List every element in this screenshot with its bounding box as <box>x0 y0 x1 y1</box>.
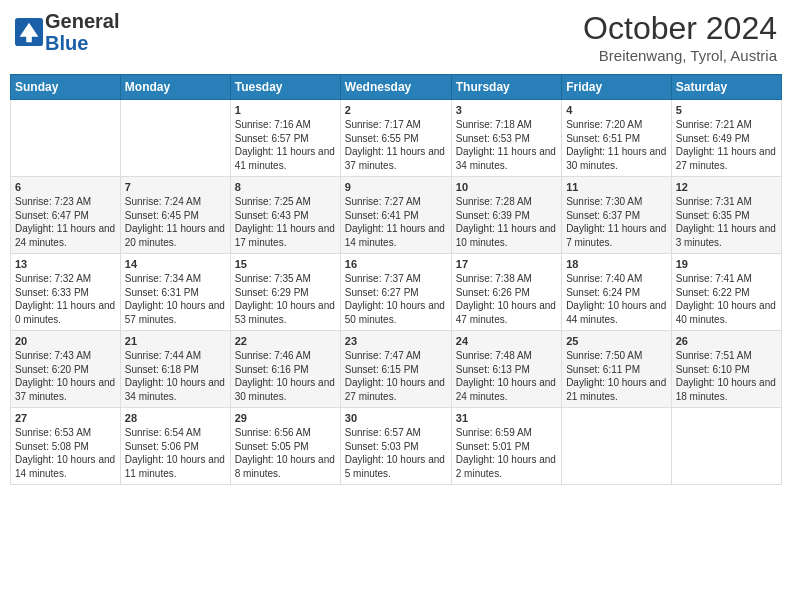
day-number: 5 <box>676 104 777 116</box>
day-number: 23 <box>345 335 447 347</box>
calendar-cell: 16Sunrise: 7:37 AM Sunset: 6:27 PM Dayli… <box>340 254 451 331</box>
calendar-cell: 17Sunrise: 7:38 AM Sunset: 6:26 PM Dayli… <box>451 254 561 331</box>
day-number: 29 <box>235 412 336 424</box>
title-block: October 2024 Breitenwang, Tyrol, Austria <box>583 10 777 64</box>
day-content: Sunrise: 6:53 AM Sunset: 5:08 PM Dayligh… <box>15 426 116 480</box>
day-content: Sunrise: 7:47 AM Sunset: 6:15 PM Dayligh… <box>345 349 447 403</box>
day-number: 6 <box>15 181 116 193</box>
svg-rect-2 <box>26 35 32 42</box>
calendar-week-3: 20Sunrise: 7:43 AM Sunset: 6:20 PM Dayli… <box>11 331 782 408</box>
day-content: Sunrise: 7:23 AM Sunset: 6:47 PM Dayligh… <box>15 195 116 249</box>
calendar-cell: 8Sunrise: 7:25 AM Sunset: 6:43 PM Daylig… <box>230 177 340 254</box>
calendar-cell: 4Sunrise: 7:20 AM Sunset: 6:51 PM Daylig… <box>562 100 672 177</box>
day-content: Sunrise: 6:59 AM Sunset: 5:01 PM Dayligh… <box>456 426 557 480</box>
day-content: Sunrise: 7:20 AM Sunset: 6:51 PM Dayligh… <box>566 118 667 172</box>
day-content: Sunrise: 7:30 AM Sunset: 6:37 PM Dayligh… <box>566 195 667 249</box>
day-content: Sunrise: 7:44 AM Sunset: 6:18 PM Dayligh… <box>125 349 226 403</box>
day-number: 20 <box>15 335 116 347</box>
day-content: Sunrise: 7:24 AM Sunset: 6:45 PM Dayligh… <box>125 195 226 249</box>
calendar-table: SundayMondayTuesdayWednesdayThursdayFrid… <box>10 74 782 485</box>
calendar-cell: 9Sunrise: 7:27 AM Sunset: 6:41 PM Daylig… <box>340 177 451 254</box>
day-content: Sunrise: 7:16 AM Sunset: 6:57 PM Dayligh… <box>235 118 336 172</box>
day-number: 4 <box>566 104 667 116</box>
calendar-cell <box>671 408 781 485</box>
col-header-tuesday: Tuesday <box>230 75 340 100</box>
calendar-cell: 19Sunrise: 7:41 AM Sunset: 6:22 PM Dayli… <box>671 254 781 331</box>
day-number: 17 <box>456 258 557 270</box>
calendar-cell: 14Sunrise: 7:34 AM Sunset: 6:31 PM Dayli… <box>120 254 230 331</box>
day-number: 2 <box>345 104 447 116</box>
day-content: Sunrise: 7:48 AM Sunset: 6:13 PM Dayligh… <box>456 349 557 403</box>
logo-line1: General <box>45 10 119 32</box>
day-content: Sunrise: 6:57 AM Sunset: 5:03 PM Dayligh… <box>345 426 447 480</box>
month-year: October 2024 <box>583 10 777 47</box>
day-content: Sunrise: 7:41 AM Sunset: 6:22 PM Dayligh… <box>676 272 777 326</box>
calendar-week-4: 27Sunrise: 6:53 AM Sunset: 5:08 PM Dayli… <box>11 408 782 485</box>
day-content: Sunrise: 7:31 AM Sunset: 6:35 PM Dayligh… <box>676 195 777 249</box>
page-header: General Blue October 2024 Breitenwang, T… <box>10 10 782 64</box>
calendar-cell: 10Sunrise: 7:28 AM Sunset: 6:39 PM Dayli… <box>451 177 561 254</box>
calendar-cell: 25Sunrise: 7:50 AM Sunset: 6:11 PM Dayli… <box>562 331 672 408</box>
day-content: Sunrise: 6:54 AM Sunset: 5:06 PM Dayligh… <box>125 426 226 480</box>
logo: General Blue <box>15 10 119 54</box>
calendar-cell: 2Sunrise: 7:17 AM Sunset: 6:55 PM Daylig… <box>340 100 451 177</box>
day-number: 24 <box>456 335 557 347</box>
day-content: Sunrise: 7:38 AM Sunset: 6:26 PM Dayligh… <box>456 272 557 326</box>
calendar-week-2: 13Sunrise: 7:32 AM Sunset: 6:33 PM Dayli… <box>11 254 782 331</box>
day-number: 27 <box>15 412 116 424</box>
day-number: 16 <box>345 258 447 270</box>
calendar-cell: 5Sunrise: 7:21 AM Sunset: 6:49 PM Daylig… <box>671 100 781 177</box>
calendar-cell: 18Sunrise: 7:40 AM Sunset: 6:24 PM Dayli… <box>562 254 672 331</box>
calendar-cell: 24Sunrise: 7:48 AM Sunset: 6:13 PM Dayli… <box>451 331 561 408</box>
day-content: Sunrise: 7:27 AM Sunset: 6:41 PM Dayligh… <box>345 195 447 249</box>
calendar-cell <box>562 408 672 485</box>
day-number: 31 <box>456 412 557 424</box>
calendar-cell: 3Sunrise: 7:18 AM Sunset: 6:53 PM Daylig… <box>451 100 561 177</box>
calendar-week-0: 1Sunrise: 7:16 AM Sunset: 6:57 PM Daylig… <box>11 100 782 177</box>
day-content: Sunrise: 7:37 AM Sunset: 6:27 PM Dayligh… <box>345 272 447 326</box>
day-number: 13 <box>15 258 116 270</box>
calendar-cell: 31Sunrise: 6:59 AM Sunset: 5:01 PM Dayli… <box>451 408 561 485</box>
day-number: 26 <box>676 335 777 347</box>
calendar-cell: 23Sunrise: 7:47 AM Sunset: 6:15 PM Dayli… <box>340 331 451 408</box>
day-number: 21 <box>125 335 226 347</box>
calendar-cell: 28Sunrise: 6:54 AM Sunset: 5:06 PM Dayli… <box>120 408 230 485</box>
calendar-cell: 15Sunrise: 7:35 AM Sunset: 6:29 PM Dayli… <box>230 254 340 331</box>
day-content: Sunrise: 7:21 AM Sunset: 6:49 PM Dayligh… <box>676 118 777 172</box>
calendar-cell: 6Sunrise: 7:23 AM Sunset: 6:47 PM Daylig… <box>11 177 121 254</box>
col-header-friday: Friday <box>562 75 672 100</box>
calendar-cell <box>120 100 230 177</box>
day-number: 8 <box>235 181 336 193</box>
day-number: 30 <box>345 412 447 424</box>
day-content: Sunrise: 7:34 AM Sunset: 6:31 PM Dayligh… <box>125 272 226 326</box>
col-header-sunday: Sunday <box>11 75 121 100</box>
day-content: Sunrise: 7:40 AM Sunset: 6:24 PM Dayligh… <box>566 272 667 326</box>
calendar-cell: 7Sunrise: 7:24 AM Sunset: 6:45 PM Daylig… <box>120 177 230 254</box>
day-content: Sunrise: 7:32 AM Sunset: 6:33 PM Dayligh… <box>15 272 116 326</box>
calendar-week-1: 6Sunrise: 7:23 AM Sunset: 6:47 PM Daylig… <box>11 177 782 254</box>
calendar-cell: 30Sunrise: 6:57 AM Sunset: 5:03 PM Dayli… <box>340 408 451 485</box>
day-content: Sunrise: 7:35 AM Sunset: 6:29 PM Dayligh… <box>235 272 336 326</box>
day-number: 3 <box>456 104 557 116</box>
location: Breitenwang, Tyrol, Austria <box>583 47 777 64</box>
calendar-cell: 27Sunrise: 6:53 AM Sunset: 5:08 PM Dayli… <box>11 408 121 485</box>
day-content: Sunrise: 7:18 AM Sunset: 6:53 PM Dayligh… <box>456 118 557 172</box>
calendar-cell: 26Sunrise: 7:51 AM Sunset: 6:10 PM Dayli… <box>671 331 781 408</box>
calendar-cell: 29Sunrise: 6:56 AM Sunset: 5:05 PM Dayli… <box>230 408 340 485</box>
col-header-thursday: Thursday <box>451 75 561 100</box>
day-number: 22 <box>235 335 336 347</box>
calendar-cell: 20Sunrise: 7:43 AM Sunset: 6:20 PM Dayli… <box>11 331 121 408</box>
day-content: Sunrise: 7:25 AM Sunset: 6:43 PM Dayligh… <box>235 195 336 249</box>
day-number: 10 <box>456 181 557 193</box>
day-number: 25 <box>566 335 667 347</box>
day-number: 7 <box>125 181 226 193</box>
calendar-cell: 21Sunrise: 7:44 AM Sunset: 6:18 PM Dayli… <box>120 331 230 408</box>
day-content: Sunrise: 7:51 AM Sunset: 6:10 PM Dayligh… <box>676 349 777 403</box>
calendar-cell: 22Sunrise: 7:46 AM Sunset: 6:16 PM Dayli… <box>230 331 340 408</box>
day-number: 11 <box>566 181 667 193</box>
logo-text: General Blue <box>45 10 119 54</box>
logo-line2: Blue <box>45 32 88 54</box>
calendar-cell <box>11 100 121 177</box>
day-content: Sunrise: 7:46 AM Sunset: 6:16 PM Dayligh… <box>235 349 336 403</box>
day-content: Sunrise: 7:43 AM Sunset: 6:20 PM Dayligh… <box>15 349 116 403</box>
